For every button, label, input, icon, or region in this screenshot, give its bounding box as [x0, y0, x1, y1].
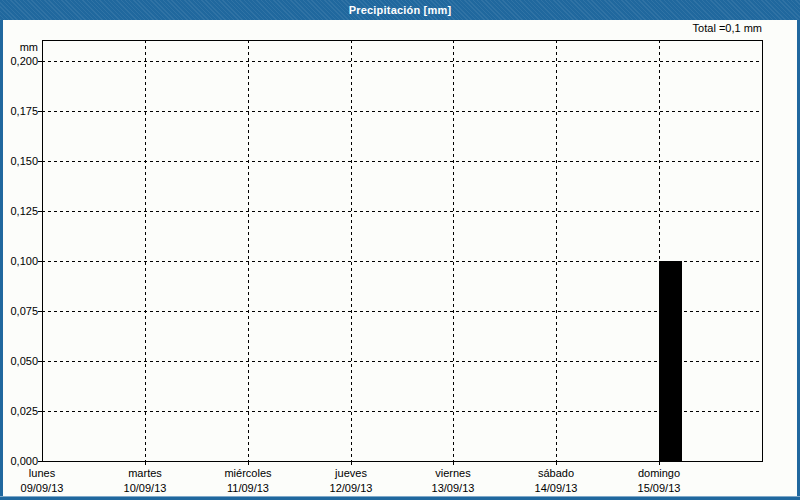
date-label: 12/09/13: [330, 482, 373, 494]
y-tick-label: 0,025: [10, 405, 38, 417]
precipitation-bar: [659, 261, 682, 461]
y-tick-label: 0,150: [10, 155, 38, 167]
date-label: 09/09/13: [21, 482, 64, 494]
y-tick-label: 0,200: [10, 55, 38, 67]
plot-border: [43, 41, 763, 462]
y-tick-label: 0,075: [10, 305, 38, 317]
y-tick-label: 0,000: [10, 455, 38, 467]
y-tick-label: 0,175: [10, 105, 38, 117]
date-label: 15/09/13: [638, 482, 681, 494]
precipitation-chart: 0,0000,0250,0500,0750,1000,1250,1500,175…: [0, 0, 800, 500]
day-label: domingo: [638, 467, 680, 479]
chart-window: Precipitación [mm] Total =0,1 mm mm 0,00…: [0, 0, 800, 500]
y-tick-label: 0,100: [10, 255, 38, 267]
day-label: sábado: [538, 467, 574, 479]
date-label: 13/09/13: [432, 482, 475, 494]
y-tick-label: 0,050: [10, 355, 38, 367]
day-label: martes: [128, 467, 162, 479]
date-label: 10/09/13: [124, 482, 167, 494]
day-label: viernes: [435, 467, 471, 479]
day-label: miércoles: [224, 467, 272, 479]
y-tick-label: 0,125: [10, 205, 38, 217]
date-label: 14/09/13: [535, 482, 578, 494]
day-label: lunes: [29, 467, 56, 479]
date-label: 11/09/13: [227, 482, 269, 494]
day-label: jueves: [334, 467, 367, 479]
